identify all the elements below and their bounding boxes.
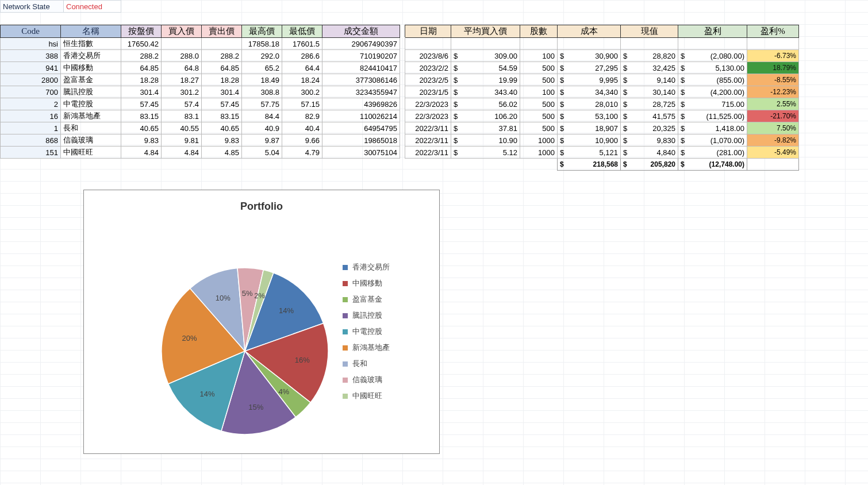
cell-price[interactable]: 83.15 <box>121 110 162 122</box>
cell-high[interactable]: 65.2 <box>242 62 282 74</box>
hdr-cost[interactable]: 成本 <box>558 25 621 38</box>
cell-low[interactable]: 64.4 <box>282 62 322 74</box>
cell-plpct[interactable]: 18.79% <box>747 62 799 74</box>
cell-code[interactable]: 868 <box>1 134 61 147</box>
cell-turnover[interactable]: 3234355947 <box>322 86 400 98</box>
cell-low[interactable]: 9.66 <box>282 134 322 147</box>
cell-shares[interactable]: 500 <box>520 98 558 110</box>
hdr-shares[interactable]: 股數 <box>520 25 558 38</box>
cell-low[interactable]: 82.9 <box>282 110 322 122</box>
cell-high[interactable]: 40.9 <box>242 122 282 134</box>
cell-high[interactable]: 57.75 <box>242 98 282 110</box>
hdr-plpct[interactable]: 盈利% <box>747 25 799 38</box>
hdr-high[interactable]: 最高價 <box>242 25 282 38</box>
cell-low[interactable]: 57.15 <box>282 98 322 110</box>
cell-pl[interactable]: $(281.00) <box>678 147 747 159</box>
legend-item[interactable]: 信義玻璃 <box>343 372 390 388</box>
hdr-avg[interactable]: 平均買入價 <box>451 25 520 38</box>
table-row[interactable]: hsi恒生指數17650.4217858.1817601.52906749039… <box>1 38 799 50</box>
cell-plpct[interactable]: -9.82% <box>747 134 799 147</box>
table-row[interactable]: 388香港交易所288.2288.0288.2292.0286.67101902… <box>1 50 799 62</box>
legend-item[interactable]: 新鴻基地產 <box>343 340 390 356</box>
cell-plpct[interactable]: -6.73% <box>747 50 799 62</box>
cell-date[interactable]: 22/3/2023 <box>405 110 451 122</box>
cell-cost[interactable]: $28,010 <box>558 98 621 110</box>
cell-curval[interactable]: $28,820 <box>621 50 678 62</box>
table-row[interactable]: 151中國旺旺4.844.844.855.044.79300751042022/… <box>1 147 799 159</box>
cell-date[interactable]: 2023/1/5 <box>405 86 451 98</box>
cell-price[interactable]: 57.45 <box>121 98 162 110</box>
cell-cost[interactable]: $10,900 <box>558 134 621 147</box>
cell-low[interactable]: 17601.5 <box>282 38 322 50</box>
hdr-turnover[interactable]: 成交金額 <box>322 25 400 38</box>
cell-high[interactable]: 308.8 <box>242 86 282 98</box>
cell-turnover[interactable]: 64954795 <box>322 122 400 134</box>
cell-low[interactable]: 40.4 <box>282 122 322 134</box>
portfolio-pie-chart[interactable]: Portfolio 香港交易所中國移動盈富基金騰訊控股中電控股新鴻基地產長和信義… <box>83 190 440 454</box>
cell-price[interactable]: 18.28 <box>121 74 162 86</box>
legend-item[interactable]: 中國旺旺 <box>343 388 390 404</box>
cell-ask[interactable]: 40.65 <box>202 122 242 134</box>
cell-code[interactable]: 16 <box>1 110 61 122</box>
cell-price[interactable]: 64.85 <box>121 62 162 74</box>
cell-code[interactable]: 388 <box>1 50 61 62</box>
cell-shares[interactable]: 500 <box>520 110 558 122</box>
cell-low[interactable]: 18.24 <box>282 74 322 86</box>
cell-price[interactable]: 301.4 <box>121 86 162 98</box>
cell-low[interactable]: 286.6 <box>282 50 322 62</box>
cell-ask[interactable]: 83.15 <box>202 110 242 122</box>
cell-name[interactable]: 香港交易所 <box>61 50 121 62</box>
cell-curval[interactable]: $20,325 <box>621 122 678 134</box>
cell-ask[interactable]: 301.4 <box>202 86 242 98</box>
cell-pl[interactable]: $715.00 <box>678 98 747 110</box>
cell-shares[interactable]: 100 <box>520 50 558 62</box>
hdr-pl[interactable]: 盈利 <box>678 25 747 38</box>
cell-code[interactable]: 2 <box>1 98 61 110</box>
legend-item[interactable]: 騰訊控股 <box>343 307 390 324</box>
cell-date[interactable]: 2022/3/11 <box>405 122 451 134</box>
cell-plpct[interactable]: -21.70% <box>747 110 799 122</box>
cell-price[interactable]: 17650.42 <box>121 38 162 50</box>
cell-high[interactable]: 84.4 <box>242 110 282 122</box>
hdr-ask[interactable]: 賣出價 <box>202 25 242 38</box>
cell-avg[interactable]: $343.40 <box>451 86 520 98</box>
cell-plpct[interactable]: 7.50% <box>747 122 799 134</box>
cell-date[interactable]: 2022/3/11 <box>405 147 451 159</box>
hdr-code[interactable]: Code <box>1 25 61 38</box>
cell-date[interactable]: 22/3/2023 <box>405 98 451 110</box>
portfolio-table[interactable]: Code 名稱 按盤價 買入價 賣出價 最高價 最低價 成交金額 日期 平均買入… <box>0 25 799 171</box>
cell-turnover[interactable]: 29067490397 <box>322 38 400 50</box>
cell-curval[interactable]: $9,140 <box>621 74 678 86</box>
hdr-bid[interactable]: 買入價 <box>162 25 202 38</box>
cell-code[interactable]: 2800 <box>1 74 61 86</box>
cell-bid[interactable]: 18.27 <box>162 74 202 86</box>
cell-high[interactable]: 5.04 <box>242 147 282 159</box>
cell-shares[interactable]: 500 <box>520 62 558 74</box>
cell-cost[interactable]: $5,121 <box>558 147 621 159</box>
cell-shares[interactable] <box>520 38 558 50</box>
cell-avg[interactable]: $309.00 <box>451 50 520 62</box>
cell-ask[interactable]: 64.85 <box>202 62 242 74</box>
table-row[interactable]: 941中國移動64.8564.864.8565.264.482441041720… <box>1 62 799 74</box>
legend-item[interactable]: 長和 <box>343 356 390 372</box>
hdr-name[interactable]: 名稱 <box>61 25 121 38</box>
cell-shares[interactable]: 500 <box>520 122 558 134</box>
cell-avg[interactable]: $10.90 <box>451 134 520 147</box>
cell-turnover[interactable]: 110026214 <box>322 110 400 122</box>
cell-date[interactable]: 2023/2/5 <box>405 74 451 86</box>
cell-bid[interactable]: 4.84 <box>162 147 202 159</box>
cell-ask[interactable]: 4.85 <box>202 147 242 159</box>
cell-pl[interactable] <box>678 38 747 50</box>
cell-ask[interactable]: 9.83 <box>202 134 242 147</box>
cell-name[interactable]: 長和 <box>61 122 121 134</box>
cell-high[interactable]: 18.49 <box>242 74 282 86</box>
cell-name[interactable]: 中電控股 <box>61 98 121 110</box>
cell-pl[interactable]: $(855.00) <box>678 74 747 86</box>
cell-bid[interactable]: 9.81 <box>162 134 202 147</box>
cell-date[interactable]: 2023/8/6 <box>405 50 451 62</box>
cell-turnover[interactable]: 43969826 <box>322 98 400 110</box>
cell-bid[interactable]: 83.1 <box>162 110 202 122</box>
cell-cost[interactable]: $9,995 <box>558 74 621 86</box>
cell-bid[interactable]: 64.8 <box>162 62 202 74</box>
cell-cost[interactable]: $34,340 <box>558 86 621 98</box>
